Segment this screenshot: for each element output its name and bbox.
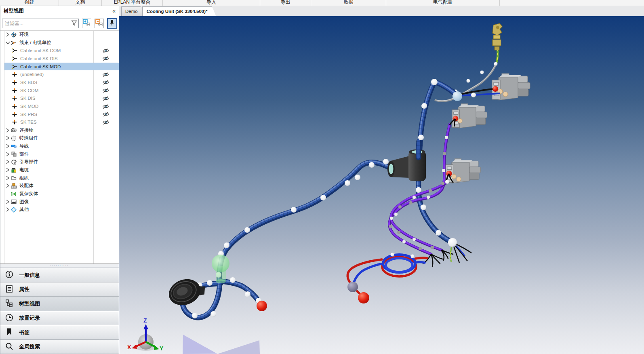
tree-item-label: Cable unit:SK MOD [20, 64, 93, 69]
tree-item-icon [11, 127, 17, 133]
end-sphere-red[interactable] [257, 301, 267, 311]
nav-button-global-search[interactable]: 全局搜索 [0, 340, 119, 354]
end-sphere-red[interactable] [358, 292, 369, 303]
expander-icon[interactable] [4, 176, 11, 180]
expander-icon[interactable] [4, 207, 11, 212]
tree-item-icon [11, 206, 17, 213]
collapse-all-icon [95, 19, 103, 27]
tree-item-label: 装配体 [19, 183, 93, 189]
3d-viewport[interactable]: Z X Y [119, 16, 644, 354]
visibility-off-icon[interactable] [93, 70, 119, 78]
tree-item-icon [12, 103, 18, 110]
tree-item[interactable]: 线束 / 电缆单位 [4, 39, 119, 47]
expand-all-icon [83, 19, 90, 27]
tree-item[interactable]: 导线 [4, 142, 119, 150]
tree-item-icon [11, 175, 17, 181]
visibility-off-icon[interactable] [93, 46, 119, 55]
nav-button-properties[interactable]: 属性 [0, 282, 119, 297]
node-sphere-blue[interactable] [452, 91, 462, 101]
nav-button-bookmark[interactable]: 书签 [0, 325, 119, 340]
filter-box [2, 19, 79, 28]
menu-tab[interactable]: 创建 [0, 0, 59, 6]
nav-button-placement-history[interactable]: 放置记录 [0, 311, 119, 326]
tree-item[interactable]: SK DIS [4, 95, 119, 103]
pin-panel-button[interactable] [107, 18, 117, 29]
menu-tab[interactable]: 电气配置 [386, 0, 500, 6]
nav-button-info[interactable]: 一般信息 [0, 268, 119, 282]
expander-icon[interactable] [4, 41, 11, 45]
tree-item[interactable]: 连接物 [4, 126, 119, 134]
tree-item[interactable]: 复杂实体 [4, 190, 119, 198]
tree-item[interactable]: SK COM [4, 86, 119, 95]
tree-item[interactable]: SK PRS [4, 110, 119, 118]
visibility-off-icon[interactable] [93, 95, 119, 103]
tree-item-label: 引导部件 [19, 159, 93, 165]
tree-item-icon [11, 32, 17, 38]
menu-tab[interactable]: EPLAN 平台整合 [102, 0, 163, 6]
tree-item-label: (undefined) [20, 72, 93, 77]
visibility-off-icon[interactable] [93, 55, 119, 63]
tree-item-label: SK PRS [20, 112, 93, 117]
tree-item[interactable]: 环境 [4, 31, 119, 39]
tree-item-icon [12, 48, 18, 54]
expand-all-button[interactable] [82, 19, 91, 28]
document-tab[interactable]: Demo [121, 6, 145, 16]
collapse-panel-button[interactable]: « [112, 8, 116, 14]
document-tab[interactable]: Cooling Unit (SK 3304.500)* [142, 6, 216, 16]
tree-item[interactable]: SK BUS [4, 78, 119, 86]
menu-tab[interactable]: 文档 [59, 0, 102, 6]
visibility-off-icon[interactable] [93, 110, 119, 118]
tree-item-icon [11, 167, 17, 173]
tree-item-label: 图像 [19, 199, 93, 205]
tree-panel-header: 树型视图 « [0, 6, 119, 16]
tree-item[interactable]: SK TES [4, 118, 119, 126]
visibility-off-icon[interactable] [93, 86, 119, 95]
3d-scene[interactable]: Z X Y [119, 16, 644, 354]
expander-icon[interactable] [4, 168, 11, 172]
tree-item[interactable]: 电缆 [4, 166, 119, 174]
expander-icon[interactable] [4, 200, 11, 204]
tree-item[interactable]: 组织 [4, 174, 119, 182]
tree-item[interactable]: 装配体 [4, 182, 119, 190]
collapse-all-button[interactable] [95, 19, 104, 28]
menu-tab[interactable]: 导入 [163, 0, 260, 6]
axis-y-label: Y [160, 345, 164, 352]
expander-icon[interactable] [4, 144, 11, 148]
menu-tab-label: 文档 [76, 0, 85, 6]
tree-item-label: SK MOD [20, 104, 93, 109]
menu-tab[interactable]: 数据 [311, 0, 386, 6]
panel-splitter[interactable]: ·········· [0, 264, 119, 268]
tree-item[interactable]: 部件 [4, 150, 119, 158]
tree-toolbar [0, 16, 119, 31]
tree-item[interactable]: 其他 [4, 206, 119, 214]
expander-icon[interactable] [4, 152, 11, 156]
tree-view: 环境 线束 / 电缆单位 Cable unit:SK COM Cable uni… [0, 31, 119, 264]
tree-item[interactable]: SK MOD [4, 102, 119, 110]
tree-item[interactable]: Cable unit:SK COM [4, 46, 119, 55]
tree-item[interactable]: Cable unit:SK DIS [4, 55, 119, 63]
expander-icon[interactable] [4, 160, 11, 164]
expander-icon[interactable] [4, 183, 11, 188]
expander-icon[interactable] [4, 32, 11, 37]
tree-item-icon [12, 111, 18, 117]
funnel-icon [71, 20, 77, 28]
tree-panel-title: 树型视图 [4, 8, 24, 15]
tree-item-icon [11, 159, 17, 165]
tree-item[interactable]: 图像 [4, 198, 119, 206]
menu-tab[interactable]: 导出 [260, 0, 311, 6]
expander-icon[interactable] [4, 128, 11, 133]
visibility-off-icon[interactable] [93, 118, 119, 126]
tree-item[interactable]: (undefined) [4, 70, 119, 78]
placement-history-icon [5, 314, 13, 323]
tree-item[interactable]: 引导部件 [4, 158, 119, 166]
filter-input[interactable] [2, 19, 79, 28]
end-sphere-gray[interactable] [347, 282, 358, 292]
visibility-off-icon[interactable] [93, 102, 119, 110]
tree-item[interactable]: Cable unit:SK MOD [4, 63, 119, 71]
visibility-off-icon[interactable] [93, 78, 119, 86]
axis-x-label: X [127, 344, 131, 350]
nav-button-tree-view[interactable]: 树型视图 [0, 297, 119, 311]
expander-icon[interactable] [4, 136, 11, 140]
tree-item[interactable]: 特殊组件 [4, 134, 119, 142]
tree-item-label: 特殊组件 [19, 135, 93, 141]
